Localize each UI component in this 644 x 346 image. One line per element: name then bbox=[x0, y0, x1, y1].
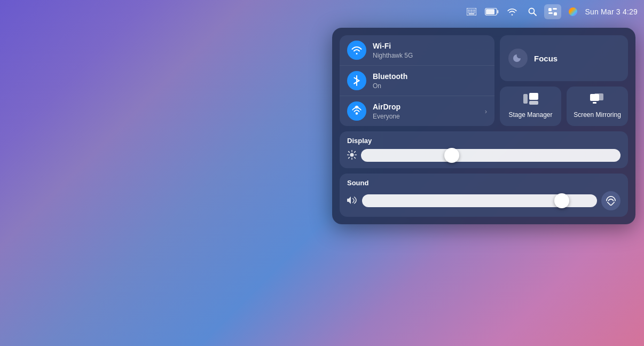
keyboard-icon[interactable] bbox=[463, 4, 480, 19]
svg-rect-3 bbox=[471, 10, 472, 11]
svg-rect-27 bbox=[529, 101, 538, 105]
airdrop-icon bbox=[347, 101, 366, 121]
svg-rect-4 bbox=[473, 10, 474, 11]
sound-row bbox=[347, 191, 621, 210]
stage-manager-icon bbox=[523, 93, 538, 108]
svg-line-37 bbox=[355, 157, 356, 158]
control-center-menubar-icon[interactable] bbox=[544, 4, 561, 19]
screen-mirroring-icon bbox=[590, 93, 605, 108]
battery-icon[interactable] bbox=[483, 4, 500, 19]
wifi-text: Wi-Fi Nighthawk 5G bbox=[373, 41, 487, 59]
svg-rect-2 bbox=[469, 10, 470, 11]
sound-section: Sound bbox=[340, 174, 628, 217]
svg-line-39 bbox=[349, 157, 350, 158]
bottom-right-row: Stage Manager Screen Mirroring bbox=[500, 86, 628, 126]
display-section-title: Display bbox=[347, 137, 621, 145]
speaker-icon bbox=[347, 195, 358, 207]
airdrop-chevron-icon: › bbox=[485, 107, 487, 115]
connectivity-panel: Wi-Fi Nighthawk 5G Bluetooth On bbox=[340, 35, 494, 126]
display-section: Display bbox=[340, 131, 628, 168]
airdrop-title: AirDrop bbox=[373, 102, 478, 112]
wifi-title: Wi-Fi bbox=[373, 41, 487, 51]
volume-slider[interactable] bbox=[362, 194, 597, 207]
menubar-datetime[interactable]: Sun Mar 3 4:29 bbox=[585, 7, 638, 16]
volume-thumb bbox=[554, 193, 569, 208]
bluetooth-subtitle: On bbox=[373, 82, 487, 90]
svg-rect-26 bbox=[529, 93, 538, 100]
svg-rect-25 bbox=[523, 94, 528, 104]
volume-slider-wrap bbox=[347, 194, 597, 207]
svg-rect-5 bbox=[474, 10, 475, 11]
svg-line-36 bbox=[349, 151, 350, 152]
wifi-icon bbox=[347, 41, 366, 60]
right-column: Focus Stage Manager bbox=[500, 35, 628, 126]
wifi-item[interactable]: Wi-Fi Nighthawk 5G bbox=[340, 35, 494, 66]
search-menubar-icon[interactable] bbox=[524, 4, 541, 19]
wifi-menubar-icon[interactable] bbox=[504, 4, 521, 19]
bluetooth-item[interactable]: Bluetooth On bbox=[340, 66, 494, 96]
svg-rect-1 bbox=[468, 10, 469, 11]
menubar: Sun Mar 3 4:29 bbox=[0, 0, 644, 23]
focus-panel[interactable]: Focus bbox=[500, 35, 628, 81]
svg-rect-13 bbox=[497, 10, 499, 13]
svg-rect-17 bbox=[548, 8, 552, 11]
svg-rect-9 bbox=[473, 12, 474, 13]
menubar-status-items: Sun Mar 3 4:29 bbox=[463, 4, 638, 19]
svg-point-23 bbox=[356, 112, 358, 115]
airdrop-item[interactable]: AirDrop Everyone › bbox=[340, 96, 494, 126]
svg-point-31 bbox=[350, 153, 354, 156]
screen-mirroring-panel[interactable]: Screen Mirroring bbox=[567, 86, 628, 126]
siri-menubar-icon[interactable] bbox=[564, 4, 582, 19]
airplay-button[interactable] bbox=[601, 191, 621, 210]
brightness-icon bbox=[347, 150, 357, 161]
svg-rect-29 bbox=[593, 102, 596, 104]
brightness-thumb bbox=[444, 148, 459, 163]
svg-rect-14 bbox=[486, 9, 494, 14]
stage-manager-label: Stage Manager bbox=[508, 111, 552, 120]
focus-label: Focus bbox=[534, 54, 557, 63]
svg-rect-10 bbox=[474, 12, 475, 13]
focus-crescent-icon bbox=[508, 49, 528, 68]
svg-point-21 bbox=[569, 7, 577, 16]
airdrop-text: AirDrop Everyone bbox=[373, 102, 478, 120]
control-center-top-row: Wi-Fi Nighthawk 5G Bluetooth On bbox=[340, 35, 628, 126]
brightness-slider-row bbox=[347, 149, 621, 162]
svg-rect-18 bbox=[553, 8, 557, 10]
control-center-panel: Wi-Fi Nighthawk 5G Bluetooth On bbox=[332, 28, 635, 224]
sound-section-title: Sound bbox=[347, 179, 621, 187]
wifi-subtitle: Nighthawk 5G bbox=[373, 52, 487, 59]
bluetooth-title: Bluetooth bbox=[373, 72, 487, 81]
stage-manager-panel[interactable]: Stage Manager bbox=[500, 86, 561, 126]
svg-line-38 bbox=[355, 151, 356, 152]
airdrop-subtitle: Everyone bbox=[373, 113, 478, 120]
svg-rect-8 bbox=[471, 12, 472, 13]
svg-rect-11 bbox=[469, 13, 475, 14]
svg-rect-30 bbox=[594, 93, 603, 100]
svg-rect-7 bbox=[469, 12, 470, 13]
svg-rect-20 bbox=[554, 12, 557, 15]
brightness-slider[interactable] bbox=[361, 149, 621, 162]
screen-mirroring-label: Screen Mirroring bbox=[574, 111, 621, 120]
svg-rect-6 bbox=[468, 12, 469, 13]
svg-line-16 bbox=[534, 13, 537, 16]
bluetooth-text: Bluetooth On bbox=[373, 72, 487, 89]
bluetooth-icon bbox=[347, 71, 366, 90]
svg-rect-19 bbox=[548, 12, 553, 14]
